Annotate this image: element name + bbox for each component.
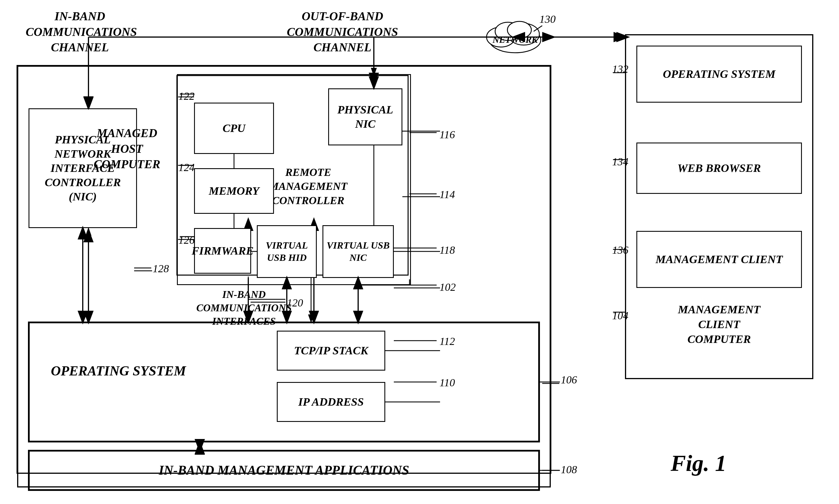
firmware-box: FIRMWARE [194,228,251,274]
ref-120: 120 [287,296,303,309]
operating-system-main-label: OPERATING SYSTEM [40,362,197,380]
ref-108: 108 [561,463,577,476]
inband-channel-label: IN-BAND COMMUNICATIONS CHANNEL [26,8,134,55]
managed-host-label: MANAGEDHOSTCOMPUTER [80,125,174,172]
ref-116: 116 [440,128,455,141]
outofband-channel-label: OUT-OF-BAND COMMUNICATIONS CHANNEL [280,8,405,55]
ref-110: 110 [440,376,455,389]
ref-126: 126 [178,234,195,246]
memory-box: MEMORY [194,168,274,214]
ref-132: 132 [612,63,628,75]
ref-134: 134 [612,155,628,168]
cpu-box: CPU [194,103,274,154]
ref-112: 112 [440,335,455,347]
fig-label: Fig. 1 [671,450,726,476]
ref-118: 118 [440,244,455,256]
inband-mgmt-apps-label: IN-BAND MANAGEMENT APPLICATIONS [156,460,411,481]
tcp-ip-stack-box: TCP/IP STACK [277,331,385,371]
web-browser-box: WEB BROWSER [636,143,802,194]
remote-mgmt-ctrl-label: REMOTEMANAGEMENTCONTROLLER [268,165,348,208]
ip-address-box: IP ADDRESS [277,382,385,422]
ref-128: 128 [153,262,169,275]
ref-102: 102 [440,281,456,293]
ref-130: 130 [540,13,555,25]
os-right-box: OPERATING SYSTEM [636,46,802,103]
physical-nic-right-box: PHYSICAL NIC [328,88,403,145]
mgmt-client-computer-label: MANAGEMENTCLIENTCOMPUTER [636,302,802,347]
virtual-usb-nic-box: VIRTUAL USB NIC [323,225,394,278]
ref-124: 124 [178,161,195,174]
ref-122: 122 [178,90,195,102]
ref-104: 104 [612,309,628,322]
management-client-box: MANAGEMENT CLIENT [636,231,802,288]
svg-text:NETWORK: NETWORK [492,35,538,45]
virtual-usb-hid-box: VIRTUAL USB HID [257,225,317,278]
ref-136: 136 [612,244,628,256]
ref-106: 106 [561,374,577,386]
ref-114: 114 [440,188,455,201]
